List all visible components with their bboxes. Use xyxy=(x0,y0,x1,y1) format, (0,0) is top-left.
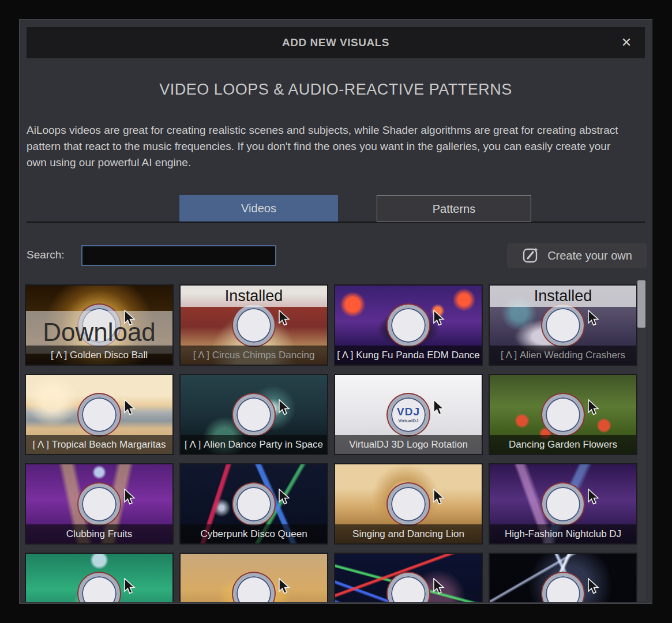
dialog-titlebar: ADD NEW VISUALS ✕ xyxy=(27,27,645,58)
installed-overlay: Installed xyxy=(490,286,636,307)
thumbnail-image xyxy=(335,554,482,602)
tile-title: Dancing Garden Flowers xyxy=(490,435,636,454)
tile-title: Clubbing Fruits xyxy=(26,524,172,543)
visual-tile[interactable]: Singing and Dancing Lion xyxy=(334,463,483,545)
mouse-cursor-icon xyxy=(432,310,447,327)
close-icon[interactable]: ✕ xyxy=(616,27,637,58)
visuals-grid: Download [ Λ ] Golden Disco Ball Install… xyxy=(25,284,639,602)
vdj-logo xyxy=(78,573,120,603)
vdj-logo xyxy=(233,573,275,603)
tile-title: [ Λ ] Alien Wedding Crashers xyxy=(490,346,636,365)
visual-tile[interactable] xyxy=(334,553,483,602)
tab-bar: Videos Patterns xyxy=(27,195,645,223)
vdj-logo xyxy=(233,483,275,525)
add-new-visuals-dialog: ADD NEW VISUALS ✕ VIDEO LOOPS & AUDIO-RE… xyxy=(19,19,652,604)
tile-title: Singing and Dancing Lion xyxy=(335,524,482,543)
mouse-cursor-icon xyxy=(277,578,292,595)
visual-tile[interactable]: Installed [ Λ ] Circus Chimps Dancing xyxy=(179,284,328,366)
vdj-logo xyxy=(388,573,429,603)
visual-tile[interactable]: [ Λ ] Kung Fu Panda EDM Dance xyxy=(334,284,483,366)
tile-title: High-Fashion Nightclub DJ xyxy=(490,524,636,543)
pencil-sparkle-icon xyxy=(522,247,539,264)
vdj-logo: VDJ VirtualDJ xyxy=(388,394,429,436)
vdj-logo xyxy=(542,305,584,346)
vdj-logo xyxy=(542,394,584,436)
mouse-cursor-icon xyxy=(587,310,602,327)
vdj-logo xyxy=(388,483,429,525)
vdj-logo xyxy=(233,305,275,346)
mouse-cursor-icon xyxy=(432,399,447,416)
mouse-cursor-icon xyxy=(432,578,447,595)
mouse-cursor-icon xyxy=(587,578,602,595)
mouse-cursor-icon xyxy=(587,399,602,416)
search-label: Search: xyxy=(27,243,64,267)
tab-underline xyxy=(27,222,645,223)
dialog-title: ADD NEW VISUALS xyxy=(27,27,645,58)
tile-title: Cyberpunk Disco Queen xyxy=(181,524,327,543)
tile-title: [ Λ ] Alien Dance Party in Space xyxy=(181,435,327,454)
vdj-logo xyxy=(388,305,429,346)
mouse-cursor-icon xyxy=(277,399,292,416)
visual-tile[interactable]: VDJ VirtualDJ VirtualDJ 3D Logo Rotation xyxy=(334,374,483,455)
mouse-cursor-icon xyxy=(277,489,292,506)
mouse-cursor-icon xyxy=(123,578,138,595)
tab-videos[interactable]: Videos xyxy=(179,195,338,222)
vdj-logo xyxy=(78,483,120,525)
vdj-logo xyxy=(542,483,584,525)
tile-title: [ Λ ] Tropical Beach Margaritas xyxy=(26,435,172,454)
mouse-cursor-icon xyxy=(587,489,602,506)
create-your-own-button[interactable]: Create your own xyxy=(507,243,647,268)
visual-tile[interactable]: [ Λ ] Tropical Beach Margaritas xyxy=(25,374,174,455)
tab-patterns[interactable]: Patterns xyxy=(377,195,531,222)
thumbnail-image xyxy=(181,554,327,602)
visual-tile[interactable]: Cyberpunk Disco Queen xyxy=(179,463,328,545)
visual-tile[interactable] xyxy=(489,553,637,602)
intro-description: AiLoops videos are great for creating re… xyxy=(27,122,631,171)
visual-tile[interactable]: Download [ Λ ] Golden Disco Ball xyxy=(25,284,174,366)
vdj-logo xyxy=(542,573,584,603)
page-title: VIDEO LOOPS & AUDIO-REACTIVE PATTERNS xyxy=(20,81,652,99)
visual-tile[interactable] xyxy=(25,553,174,602)
visual-tile[interactable]: Dancing Garden Flowers xyxy=(489,374,637,455)
create-your-own-label: Create your own xyxy=(547,249,632,262)
visual-tile[interactable]: [ Λ ] Alien Dance Party in Space xyxy=(179,374,328,455)
mouse-cursor-icon xyxy=(123,310,138,327)
thumbnail-image xyxy=(490,554,636,602)
visual-tile[interactable] xyxy=(179,553,328,602)
search-input[interactable] xyxy=(81,245,276,266)
mouse-cursor-icon xyxy=(123,399,138,416)
installed-overlay: Installed xyxy=(181,286,327,307)
scrollbar-thumb[interactable] xyxy=(637,280,645,328)
tile-title: [ Λ ] Circus Chimps Dancing xyxy=(181,346,327,365)
visuals-scroll-area: Download [ Λ ] Golden Disco Ball Install… xyxy=(25,284,639,602)
tile-title: [ Λ ] Golden Disco Ball xyxy=(26,346,172,365)
vdj-logo xyxy=(78,394,120,436)
scrollbar-track[interactable] xyxy=(637,280,645,601)
tile-title: [ Λ ] Kung Fu Panda EDM Dance xyxy=(335,346,482,365)
visual-tile[interactable]: Clubbing Fruits xyxy=(25,463,174,545)
toolbar: Search: Create your own xyxy=(20,243,652,269)
mouse-cursor-icon xyxy=(277,310,292,327)
visual-tile[interactable]: Installed [ Λ ] Alien Wedding Crashers xyxy=(489,284,637,366)
mouse-cursor-icon xyxy=(123,489,138,506)
tile-title: VirtualDJ 3D Logo Rotation xyxy=(335,435,482,454)
mouse-cursor-icon xyxy=(432,489,447,506)
vdj-logo xyxy=(233,394,275,436)
thumbnail-image xyxy=(26,554,172,602)
visual-tile[interactable]: High-Fashion Nightclub DJ xyxy=(489,463,637,545)
